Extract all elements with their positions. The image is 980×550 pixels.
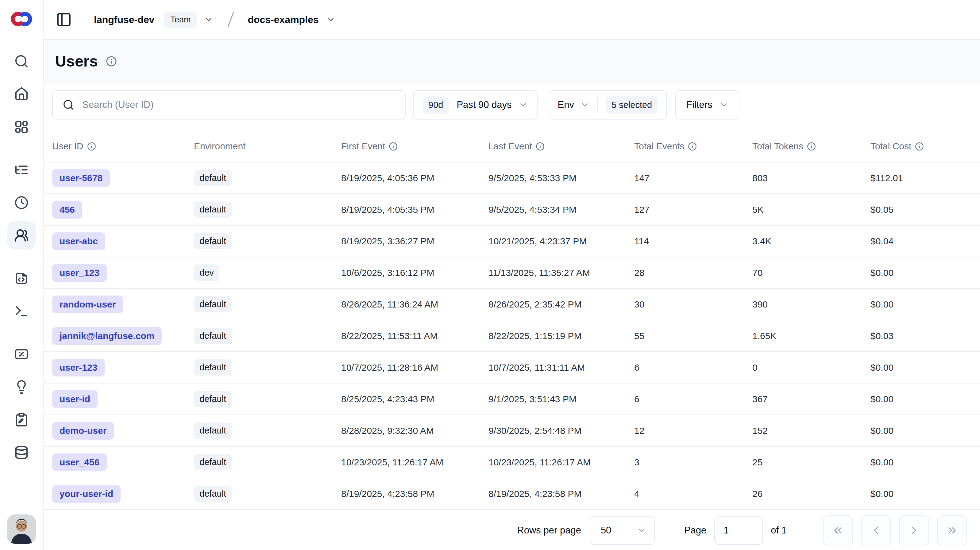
total-cost-cell: $0.00: [870, 268, 980, 278]
environment-cell: default: [194, 296, 341, 312]
table-row[interactable]: user_123 dev 10/6/2025, 3:16:12 PM 11/13…: [44, 257, 980, 289]
sidebar-item-home[interactable]: [7, 80, 36, 108]
total-cost-value: $0.00: [870, 362, 894, 372]
total-tokens-cell: 1.65K: [752, 331, 870, 341]
info-icon[interactable]: [536, 142, 545, 151]
user-id-cell: user_123: [52, 264, 194, 282]
user-id-badge[interactable]: user_456: [52, 453, 107, 471]
user-id-badge[interactable]: user-abc: [52, 232, 105, 250]
user-id-badge[interactable]: user-5678: [52, 169, 110, 187]
info-icon[interactable]: [87, 142, 96, 151]
project-chevron-down-icon[interactable]: [326, 15, 336, 24]
total-tokens-value: 367: [752, 394, 768, 404]
table-row[interactable]: your-user-id default 8/19/2025, 4:23:58 …: [44, 478, 980, 510]
sidebar-item-users[interactable]: [7, 221, 36, 250]
first-event-cell: 8/19/2025, 4:05:35 PM: [341, 204, 488, 215]
last-event-cell: 9/5/2025, 4:53:33 PM: [488, 173, 634, 183]
rows-per-page-select[interactable]: 50: [590, 516, 655, 545]
date-range-button[interactable]: 90d Past 90 days: [413, 90, 538, 120]
info-icon[interactable]: [389, 142, 398, 151]
last-event-value: 11/13/2025, 11:35:27 AM: [488, 268, 590, 278]
table-row[interactable]: user-id default 8/25/2025, 4:23:43 PM 9/…: [44, 384, 980, 415]
total-cost-value: $0.00: [870, 489, 894, 499]
column-label: Total Events: [634, 141, 684, 151]
table-row[interactable]: demo-user default 8/28/2025, 9:32:30 AM …: [44, 415, 980, 447]
last-event-cell: 8/19/2025, 4:23:58 PM: [488, 489, 634, 499]
sidebar-item-evaluation[interactable]: [7, 340, 36, 368]
previous-page-button[interactable]: [861, 515, 891, 545]
page-title-info-icon[interactable]: [106, 56, 117, 67]
clipboard-pen-icon: [14, 412, 29, 427]
clock-icon: [14, 195, 29, 210]
sidebar-item-tracing[interactable]: [7, 156, 36, 184]
next-page-button[interactable]: [899, 515, 929, 545]
user-id-badge[interactable]: user-123: [52, 359, 105, 376]
table-row[interactable]: 456 default 8/19/2025, 4:05:35 PM 9/5/20…: [44, 194, 980, 226]
table-row[interactable]: user_456 default 10/23/2025, 11:26:17 AM…: [44, 447, 980, 478]
user-id-badge[interactable]: user-id: [52, 390, 97, 408]
page-number-input[interactable]: [714, 516, 763, 545]
user-id-cell: random-user: [52, 296, 194, 313]
info-icon[interactable]: [915, 142, 924, 151]
table-row[interactable]: user-5678 default 8/19/2025, 4:05:36 PM …: [44, 162, 980, 194]
first-event-value: 8/25/2025, 4:23:43 PM: [341, 394, 434, 404]
pagination-bar: Rows per page 50 Page of 1: [44, 511, 980, 550]
date-chevron-down-icon: [519, 100, 528, 109]
table-row[interactable]: user-123 default 10/7/2025, 11:28:16 AM …: [44, 352, 980, 384]
first-event-cell: 8/28/2025, 9:32:30 AM: [341, 426, 488, 436]
first-event-cell: 8/19/2025, 4:05:36 PM: [341, 173, 488, 183]
org-name[interactable]: langfuse-dev: [94, 14, 154, 25]
total-cost-cell: $0.00: [870, 489, 980, 499]
last-event-value: 8/22/2025, 1:15:19 PM: [488, 331, 582, 341]
breadcrumb-separator: [226, 11, 236, 28]
home-icon: [14, 87, 29, 101]
environment-filter-button[interactable]: Env 5 selected: [549, 90, 667, 120]
table-row[interactable]: user-abc default 8/19/2025, 3:36:27 PM 1…: [44, 226, 980, 257]
langfuse-logo[interactable]: [9, 9, 34, 29]
total-events-cell: 12: [634, 426, 752, 436]
env-label: Env: [558, 99, 574, 110]
user-id-badge[interactable]: user_123: [52, 264, 107, 282]
org-chevron-down-icon[interactable]: [204, 15, 213, 24]
sidebar-item-dashboards[interactable]: [7, 113, 36, 141]
info-icon[interactable]: [807, 142, 816, 151]
table-row[interactable]: random-user default 8/26/2025, 11:36:24 …: [44, 289, 980, 320]
sidebar-item-playground[interactable]: [7, 297, 36, 325]
sidebar-item-prompts[interactable]: [7, 264, 36, 292]
info-icon[interactable]: [688, 142, 697, 151]
filters-button[interactable]: Filters: [675, 90, 739, 120]
sidebar-toggle-button[interactable]: [55, 11, 72, 28]
user-id-badge[interactable]: jannik@langfuse.com: [52, 327, 162, 345]
user-id-badge[interactable]: random-user: [52, 296, 123, 313]
sidebar-item-insights[interactable]: [7, 373, 36, 401]
rows-per-page-value: 50: [601, 525, 611, 536]
last-page-button[interactable]: [937, 515, 967, 545]
user-id-badge[interactable]: 456: [52, 201, 82, 219]
total-cost-cell: $0.00: [870, 394, 980, 404]
sidebar-item-annotation[interactable]: [7, 406, 36, 434]
project-name[interactable]: docs-examples: [248, 14, 318, 25]
column-label: First Event: [341, 141, 385, 151]
total-tokens-value: 70: [752, 268, 762, 278]
search-input[interactable]: [82, 99, 405, 111]
sidebar-item-sessions[interactable]: [7, 189, 36, 217]
total-tokens-value: 0: [752, 362, 757, 372]
total-tokens-cell: 5K: [752, 204, 870, 215]
page-of-label: of 1: [771, 525, 787, 536]
user-avatar[interactable]: [7, 514, 36, 544]
total-cost-value: $112.01: [870, 173, 903, 183]
sidebar-item-datasets[interactable]: [7, 438, 36, 467]
table-row[interactable]: jannik@langfuse.com default 8/22/2025, 1…: [44, 320, 980, 352]
last-event-cell: 10/7/2025, 11:31:11 AM: [488, 362, 634, 373]
user-id-badge[interactable]: demo-user: [52, 422, 114, 440]
total-cost-value: $0.05: [870, 204, 894, 215]
user-id-cell: user-5678: [52, 169, 194, 187]
user-id-badge[interactable]: your-user-id: [52, 485, 121, 503]
environment-cell: default: [194, 233, 341, 249]
environment-cell: default: [194, 170, 341, 186]
total-cost-value: $0.04: [870, 236, 894, 246]
last-event-cell: 9/5/2025, 4:53:34 PM: [488, 204, 634, 215]
first-event-cell: 10/7/2025, 11:28:16 AM: [341, 362, 488, 373]
first-page-button[interactable]: [823, 515, 853, 545]
sidebar-item-search[interactable]: [7, 47, 36, 75]
